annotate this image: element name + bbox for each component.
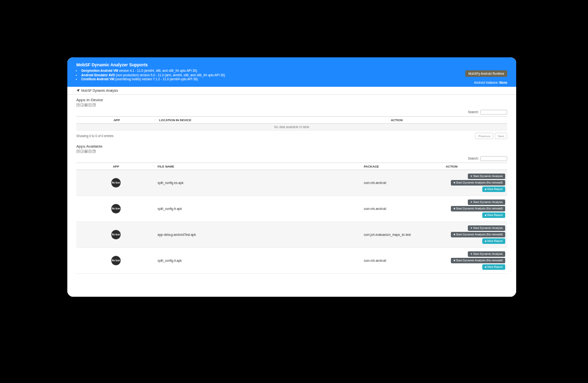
banner-item: Genymotion Android VM version 4.1 - 11.0…	[81, 69, 507, 73]
available-search-input[interactable]	[480, 156, 507, 161]
col-action[interactable]: ACTION	[389, 116, 507, 123]
start-dynamic-analysis-noreinstall-button[interactable]: Start Dynamic Analysis (No reinstall)	[451, 206, 505, 211]
mobsfy-runtime-button[interactable]: MobSFy Android Runtime	[465, 70, 507, 77]
section-heading: Apps in Device	[76, 98, 507, 102]
section-heading: Apps Available	[76, 144, 507, 149]
apps-in-device-table: APP↑ LOCATION IN DEVICE ACTION No data a…	[76, 116, 507, 131]
next-button[interactable]: Next	[495, 133, 507, 139]
start-dynamic-analysis-button[interactable]: Start Dynamic Analysis	[468, 199, 505, 205]
app-icon: No Icon	[111, 230, 121, 239]
app-icon: No Icon	[111, 178, 121, 188]
file-name: app-debug-androidTest.apk	[156, 221, 362, 247]
start-dynamic-analysis-button[interactable]: Start Dynamic Analysis	[468, 174, 505, 179]
start-dynamic-analysis-noreinstall-button[interactable]: Start Dynamic Analysis (No reinstall)	[451, 258, 505, 263]
showing-text: Showing 0 to 0 of 0 entries	[76, 134, 114, 138]
breadcrumb: MobSF Dynamic Analysis	[67, 87, 516, 95]
search-label: Search:	[468, 110, 479, 114]
apps-available-table: APP↑ FILE NAME PACKAGE ACTION No Iconspl…	[76, 163, 507, 274]
col-action[interactable]: ACTION	[444, 163, 507, 170]
instance-status: Android Instance: None	[465, 81, 507, 84]
banner-item: Corellium Android VM (userdebug builds) …	[81, 77, 507, 82]
view-report-button[interactable]: View Report	[482, 187, 505, 192]
app-icon: No Icon	[111, 256, 121, 265]
banner-item: Android Emulator AVD (non production) ve…	[81, 73, 507, 78]
package-name: com.jsh.evaluacion_maps_kx.test	[362, 221, 443, 247]
device-search-input[interactable]	[480, 110, 507, 115]
table-row: No Iconsplit_config.fr.apkcom.mb.android…	[76, 195, 507, 221]
start-dynamic-analysis-button[interactable]: Start Dynamic Analysis	[468, 251, 505, 257]
start-dynamic-analysis-button[interactable]: Start Dynamic Analysis	[468, 225, 505, 231]
support-banner: MobSF Dynamic Analyzer Supports Genymoti…	[67, 57, 516, 87]
table-row: No Iconsplit_config.it.apkcom.mb.android…	[76, 247, 507, 273]
start-dynamic-analysis-noreinstall-button[interactable]: Start Dynamic Analysis (No reinstall)	[451, 232, 505, 237]
plane-icon	[76, 89, 80, 92]
prev-button[interactable]: Previous	[475, 133, 493, 139]
view-report-button[interactable]: View Report	[482, 264, 505, 270]
banner-title: MobSF Dynamic Analyzer Supports	[76, 62, 507, 67]
file-name: split_config.it.apk	[156, 247, 362, 273]
col-filename[interactable]: FILE NAME	[156, 163, 362, 170]
view-report-button[interactable]: View Report	[482, 238, 505, 244]
banner-list: Genymotion Android VM version 4.1 - 11.0…	[76, 69, 507, 82]
table-row: No Iconsplit_config.es.apkcom.mb.android…	[76, 170, 507, 195]
table-row: No Iconapp-debug-androidTest.apkcom.jsh.…	[76, 221, 507, 247]
col-package[interactable]: PACKAGE	[362, 163, 443, 170]
package-name: com.mb.android	[362, 247, 443, 273]
length-tool[interactable]: ⟳⤓▦⎘☰	[76, 103, 507, 107]
col-location[interactable]: LOCATION IN DEVICE	[157, 116, 389, 123]
start-dynamic-analysis-noreinstall-button[interactable]: Start Dynamic Analysis (No reinstall)	[451, 180, 505, 186]
package-name: com.mb.android	[362, 195, 443, 221]
breadcrumb-label: MobSF Dynamic Analysis	[81, 89, 118, 92]
device-table-footer: Showing 0 to 0 of 0 entries Previous Nex…	[67, 131, 516, 141]
apps-available-section: Apps Available ⟳⤓▦⎘☰	[67, 141, 516, 156]
length-tool[interactable]: ⟳⤓▦⎘☰	[76, 150, 507, 153]
file-name: split_config.fr.apk	[156, 195, 362, 221]
apps-in-device-section: Apps in Device ⟳⤓▦⎘☰	[67, 95, 516, 110]
col-app[interactable]: APP↑	[76, 116, 157, 123]
file-name: split_config.es.apk	[156, 170, 362, 195]
col-app[interactable]: APP↑	[76, 163, 156, 170]
app-icon: No Icon	[111, 204, 121, 213]
app-window: MobSF Dynamic Analyzer Supports Genymoti…	[67, 57, 516, 297]
empty-row: No data available in table	[76, 123, 507, 130]
package-name: com.mb.android	[362, 170, 443, 195]
view-report-button[interactable]: View Report	[482, 212, 505, 218]
search-label: Search:	[468, 157, 479, 160]
